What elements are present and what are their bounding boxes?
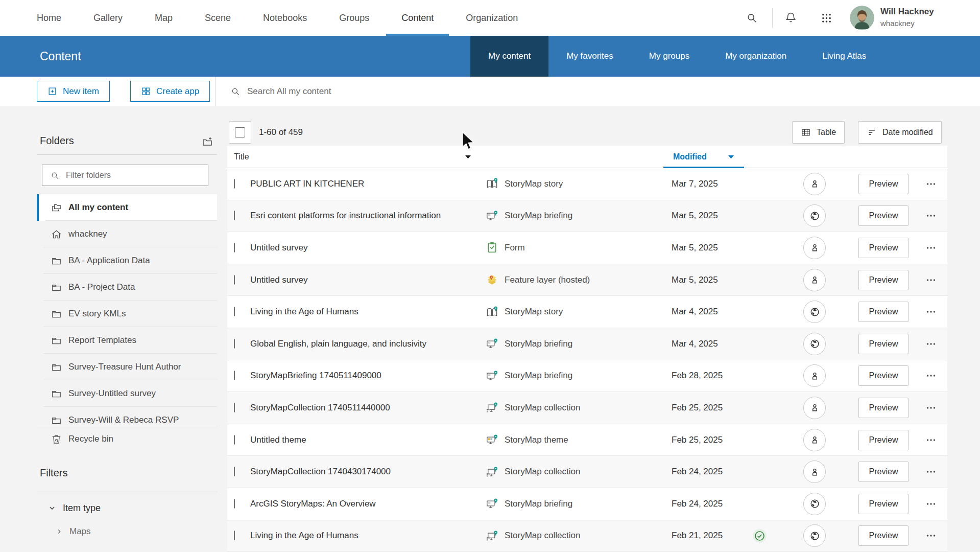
table-view-button[interactable]: Table [792,121,845,144]
row-checkbox[interactable] [234,307,235,316]
share-status-button[interactable] [803,173,826,195]
folder-item[interactable]: Survey-Will & Rebeca RSVP [37,407,217,426]
item-title-link[interactable]: StoryMapBriefing 1740511409000 [250,371,485,381]
nav-item[interactable]: Scene [205,0,231,36]
share-status-button[interactable] [803,237,826,259]
nav-item[interactable]: Home [37,0,61,36]
item-title-link[interactable]: Living in the Age of Humans [250,531,485,541]
row-checkbox[interactable] [234,339,235,349]
preview-button[interactable]: Preview [858,334,909,354]
more-options-icon[interactable] [924,529,938,542]
content-tab[interactable]: My groups [631,36,707,77]
folder-item[interactable]: BA - Project Data [37,274,217,301]
more-options-icon[interactable] [924,369,938,382]
content-search-input[interactable] [247,82,564,101]
notifications-bell-icon[interactable] [784,11,797,24]
more-options-icon[interactable] [924,209,938,222]
preview-button[interactable]: Preview [858,430,909,450]
share-status-button[interactable] [803,493,826,515]
share-status-button[interactable] [803,397,826,419]
avatar[interactable] [850,6,874,30]
more-options-icon[interactable] [924,241,938,255]
preview-button[interactable]: Preview [858,494,909,514]
new-folder-icon[interactable] [202,136,213,147]
item-title-link[interactable]: StoryMapCollection 1740511440000 [250,403,485,413]
folder-item[interactable]: whackney [37,221,217,247]
folder-item[interactable]: All my content [37,194,217,221]
row-checkbox[interactable] [234,211,235,220]
preview-button[interactable]: Preview [858,302,909,322]
more-options-icon[interactable] [924,497,938,511]
more-options-icon[interactable] [924,177,938,191]
item-title-link[interactable]: StoryMapCollection 1740430174000 [250,467,485,477]
share-status-button[interactable] [803,461,826,483]
preview-button[interactable]: Preview [858,398,909,418]
more-options-icon[interactable] [924,433,938,447]
item-title-link[interactable]: Untitled survey [250,243,485,253]
preview-button[interactable]: Preview [858,525,909,546]
row-checkbox[interactable] [234,179,235,189]
more-options-icon[interactable] [924,401,938,415]
row-checkbox[interactable] [234,371,235,380]
content-tab[interactable]: My favorites [548,36,631,77]
user-block[interactable]: Will Hackney whackney [880,7,934,28]
more-options-icon[interactable] [924,337,938,351]
more-options-icon[interactable] [924,305,938,318]
item-title-link[interactable]: Living in the Age of Humans [250,307,485,317]
item-title-link[interactable]: Global English, plain language, and incl… [250,339,485,349]
share-status-button[interactable] [803,204,826,227]
share-status-button[interactable] [803,429,826,451]
more-options-icon[interactable] [924,273,938,287]
item-title-link[interactable]: ArcGIS StoryMaps: An Overview [250,499,485,509]
filter-child-item[interactable]: Layers [37,544,217,552]
folder-item[interactable]: Report Templates [37,327,217,354]
row-checkbox[interactable] [234,403,235,412]
preview-button[interactable]: Preview [858,365,909,386]
preview-button[interactable]: Preview [858,174,909,194]
folder-item[interactable]: Survey-Treasure Hunt Author [37,354,217,380]
row-checkbox[interactable] [234,243,235,252]
share-status-button[interactable] [803,301,826,323]
item-title-link[interactable]: Esri content platforms for instructional… [250,211,485,221]
more-options-icon[interactable] [924,465,938,478]
title-column-header[interactable]: Title [234,152,249,162]
row-checkbox[interactable] [234,275,235,285]
nav-item[interactable]: Notebooks [263,0,307,36]
content-tab[interactable]: My organization [707,36,804,77]
nav-item[interactable]: Gallery [93,0,123,36]
preview-button[interactable]: Preview [858,462,909,482]
item-title-link[interactable]: Untitled theme [250,435,485,445]
nav-item[interactable]: Organization [466,0,518,36]
item-title-link[interactable]: Untitled survey [250,275,485,285]
title-sort-caret-icon[interactable] [465,155,471,158]
row-checkbox[interactable] [234,467,235,476]
filter-group-item-type[interactable]: Item type [37,497,217,519]
modified-sort-caret-icon[interactable] [728,155,734,158]
app-launcher-icon[interactable] [821,12,832,24]
row-checkbox[interactable] [234,499,235,509]
folder-item[interactable]: Survey-Untitled survey [37,380,217,407]
recycle-bin-item[interactable]: Recycle bin [37,426,217,452]
preview-button[interactable]: Preview [858,270,909,290]
new-item-button[interactable]: New item [37,81,110,102]
item-title-link[interactable]: PUBLIC ART IN KITCHENER [250,179,485,189]
folder-item[interactable]: EV story KMLs [37,301,217,327]
nav-item[interactable]: Map [155,0,173,36]
share-status-button[interactable] [803,524,826,547]
sort-by-button[interactable]: Date modified [858,121,942,144]
content-tab[interactable]: My content [470,36,548,77]
folder-item[interactable]: BA - Application Data [37,247,217,274]
preview-button[interactable]: Preview [858,238,909,258]
nav-item[interactable]: Groups [339,0,369,36]
share-status-button[interactable] [803,333,826,355]
search-icon[interactable] [746,12,757,24]
create-app-button[interactable]: Create app [130,81,210,102]
share-status-button[interactable] [803,269,826,291]
filter-folders-input[interactable] [66,167,204,183]
preview-button[interactable]: Preview [858,205,909,226]
content-tab[interactable]: Living Atlas [804,36,884,77]
row-checkbox[interactable] [234,531,235,540]
row-checkbox[interactable] [234,435,235,445]
modified-column-header[interactable]: Modified [673,152,707,162]
share-status-button[interactable] [803,364,826,387]
